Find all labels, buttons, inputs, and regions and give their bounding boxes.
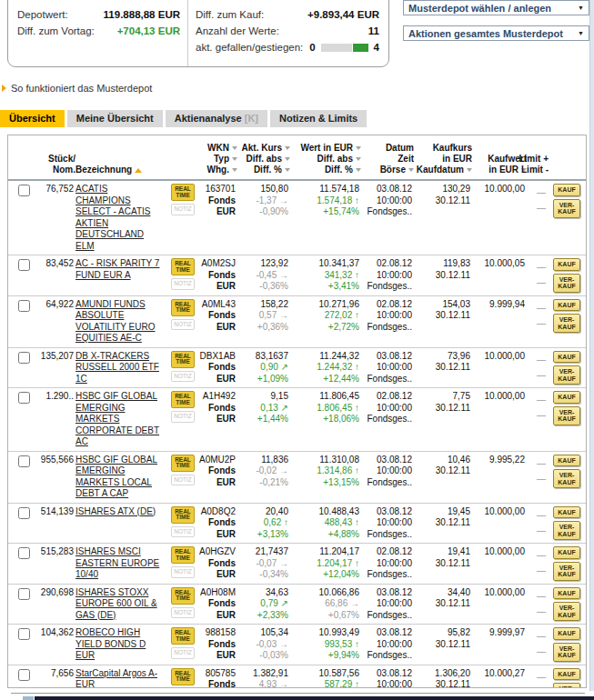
kauf-button[interactable]: KAUF (553, 546, 580, 559)
kurs-value: 21,7437 (237, 546, 288, 558)
notiz-badge[interactable]: NOTIZ (171, 688, 195, 689)
kauf-button[interactable]: KAUF (553, 299, 580, 312)
position-name-link[interactable]: ACATIS CHAMPIONS SELECT - ACATIS AKTIEN … (76, 184, 168, 252)
notiz-badge[interactable]: NOTIZ (171, 411, 195, 423)
verkauf-button[interactable]: VER-KAUF (553, 602, 580, 621)
row-checkbox[interactable] (18, 185, 30, 196)
row-checkbox[interactable] (18, 669, 30, 681)
column-header-label: in EUR (442, 154, 472, 165)
column-header-label: Bezeichnung (76, 165, 132, 175)
verkauf-button[interactable]: VER-KAUF (553, 406, 580, 425)
column-header-label: Datum (386, 143, 414, 154)
verkauf-button[interactable]: VER-KAUF (553, 521, 580, 540)
kauf-button[interactable]: KAUF (553, 668, 580, 681)
verkauf-button[interactable]: VER-KAUF (553, 562, 580, 581)
header-col-badges (168, 143, 196, 175)
datum-value: 03.08.12 (361, 506, 412, 518)
position-name-link[interactable]: HSBC GIF GLOBAL EMERGING MARKETS CORPORA… (76, 391, 168, 448)
verkauf-button[interactable]: VER-KAUF (553, 365, 580, 385)
realtime-badge[interactable]: REALTIME (171, 587, 195, 605)
notiz-badge[interactable]: NOTIZ (171, 475, 195, 486)
position-name-link[interactable]: AMUNDI FUNDS ABSOLUTE VOLATILITY EURO EQ… (76, 299, 168, 345)
whg-value: EUR (196, 610, 236, 622)
kurs-diff-pct: +1,09% (237, 374, 288, 385)
notiz-badge[interactable]: NOTIZ (171, 647, 195, 659)
row-checkbox[interactable] (18, 628, 30, 640)
verkauf-button[interactable]: VER-KAUF (553, 683, 580, 688)
row-checkbox[interactable] (18, 300, 30, 312)
realtime-badge[interactable]: REALTIME (171, 627, 195, 645)
row-checkbox[interactable] (18, 588, 30, 600)
row-checkbox[interactable] (18, 547, 30, 559)
wert-diff-pct: +15,74% (290, 206, 359, 218)
verkauf-button[interactable]: VER-KAUF (553, 314, 580, 333)
realtime-badge[interactable]: REALTIME (171, 391, 195, 408)
updown-bar (321, 44, 368, 52)
row-checkbox[interactable] (18, 259, 30, 271)
kauf-button[interactable]: KAUF (553, 506, 580, 519)
realtime-badge[interactable]: REALTIME (171, 668, 195, 685)
position-name-link[interactable]: DB X-TRACKERS RUSSELL 2000 ETF 1C (76, 351, 168, 385)
verkauf-button[interactable]: VER-KAUF (553, 274, 580, 293)
position-name-link[interactable]: AC - RISK PARITY 7 FUND EUR A (76, 258, 168, 281)
realtime-badge[interactable]: REALTIME (171, 506, 195, 524)
wert-diff: 1.204,17 ↑ (290, 558, 359, 570)
wert-value: 11.806,45 (290, 391, 359, 403)
kaufkurs-value: 154,03 (414, 299, 470, 311)
notiz-badge[interactable]: NOTIZ (171, 371, 195, 383)
position-quantity: 290,698 (32, 587, 76, 622)
datum-value: 03.08.12 (361, 587, 412, 599)
wert-diff-pct: +2,72% (290, 322, 359, 334)
position-name-link[interactable]: HSBC GIF GLOBAL EMERGING MARKETS LOCAL D… (76, 455, 168, 500)
verkauf-button[interactable]: VER-KAUF (553, 469, 580, 488)
notiz-badge[interactable]: NOTIZ (171, 566, 195, 578)
row-checkbox[interactable] (18, 392, 30, 404)
position-name-link[interactable]: ISHARES ATX (DE) (76, 506, 168, 518)
kauf-button[interactable]: KAUF (553, 351, 580, 364)
row-checkbox[interactable] (18, 507, 30, 519)
tab-uebersicht[interactable]: Übersicht (0, 110, 65, 127)
realtime-badge[interactable]: REALTIME (171, 455, 195, 472)
kauf-button[interactable]: KAUF (553, 455, 580, 467)
position-name-link[interactable]: ISHARES MSCI EASTERN EUROPE 10/40 (76, 546, 168, 581)
wert-diff: 488,43 ↑ (290, 517, 359, 529)
info-link[interactable]: So funktioniert das Musterdepot (11, 83, 152, 94)
realtime-badge[interactable]: REALTIME (171, 351, 195, 368)
musterdepot-select[interactable]: Musterdepot wählen / anlegen ▼ (403, 0, 589, 15)
notiz-badge[interactable]: NOTIZ (171, 278, 195, 290)
position-name-link[interactable]: ISHARES STOXX EUROPE 600 OIL & GAS (DE) (76, 587, 168, 622)
risen-bar-segment (353, 44, 368, 52)
tab-meine-uebersicht[interactable]: Meine Übersicht (67, 110, 163, 127)
row-checkbox[interactable] (18, 455, 30, 467)
notiz-badge[interactable]: NOTIZ (171, 319, 195, 331)
realtime-badge[interactable]: REALTIME (171, 546, 195, 564)
aktionen-select[interactable]: Aktionen gesamtes Musterdepot ▼ (403, 25, 589, 41)
kauf-button[interactable]: KAUF (553, 258, 580, 271)
position-name-link[interactable]: ROBECO HIGH YIELD BONDS D EUR (76, 627, 168, 662)
position-name-link[interactable]: StarCapital Argos A-EUR (76, 668, 168, 689)
page-right-strip (589, 0, 594, 691)
limit-plus-value: — (527, 628, 546, 644)
tab-aktienanalyse[interactable]: Aktienanalyse [K] (166, 110, 267, 127)
table-header: Stück/Nom.BezeichnungWKNTypWhg.Akt. Kurs… (8, 135, 586, 181)
wert-value: 10.271,96 (290, 299, 359, 311)
verkauf-button[interactable]: VER-KAUF (553, 643, 580, 662)
notiz-badge[interactable]: NOTIZ (171, 526, 195, 538)
row-checkbox[interactable] (18, 352, 30, 364)
tab-notizen-limits[interactable]: Notizen & Limits (270, 110, 367, 127)
kaufdatum-value: 30.12.11 (414, 517, 470, 529)
sort-ascending-icon[interactable] (135, 168, 142, 173)
realtime-badge[interactable]: REALTIME (171, 299, 195, 316)
trend-flat-icon: → (279, 679, 288, 688)
kauf-button[interactable]: KAUF (553, 627, 580, 640)
zeit-value: 10:00:00 (361, 639, 412, 651)
kauf-button[interactable]: KAUF (553, 587, 580, 600)
kauf-button[interactable]: KAUF (553, 184, 580, 196)
verkauf-button[interactable]: VER-KAUF (553, 199, 580, 218)
kurs-diff-pct: +3,13% (237, 529, 288, 541)
notiz-badge[interactable]: NOTIZ (171, 204, 195, 215)
realtime-badge[interactable]: REALTIME (171, 184, 195, 201)
notiz-badge[interactable]: NOTIZ (171, 607, 195, 619)
realtime-badge[interactable]: REALTIME (171, 258, 195, 275)
kauf-button[interactable]: KAUF (553, 391, 580, 404)
